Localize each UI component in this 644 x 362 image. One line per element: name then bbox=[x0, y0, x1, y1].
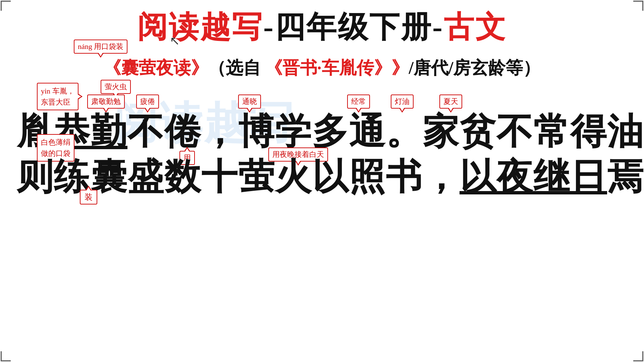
title-part3: 古文 bbox=[444, 10, 507, 44]
annotation-xiatian: 夏天 bbox=[439, 95, 462, 109]
annotation-dengyou: 灯油 bbox=[391, 95, 414, 109]
corner-bottom-left bbox=[1, 351, 11, 361]
annotation-pilao: 疲倦 bbox=[136, 95, 159, 109]
subtitle: 《囊萤夜读》（选自 《晋书·车胤传》》/唐代/房玄龄等） bbox=[0, 56, 644, 80]
subtitle-source: （选自 bbox=[208, 58, 265, 77]
title-sep1: - bbox=[263, 10, 275, 44]
annotation-zhuang: 装 bbox=[80, 190, 97, 204]
text-line2: 则练囊盛数十萤火以照书，以夜继日焉。 bbox=[17, 153, 644, 201]
annotation-nang: náng 用口袋装 bbox=[74, 40, 127, 54]
subtitle-author: /唐代/房玄龄等） bbox=[409, 58, 541, 77]
corner-top-left bbox=[1, 1, 11, 11]
corner-bottom-right bbox=[633, 351, 643, 361]
annotation-tongxiao: 通晓 bbox=[238, 95, 261, 109]
subtitle-book-title: 《囊萤夜读》 bbox=[104, 58, 208, 77]
underline-yejiri: 以夜继日 bbox=[460, 157, 607, 197]
title-sep2: - bbox=[432, 10, 444, 44]
subtitle-source-book: 《晋书·车胤传》》 bbox=[265, 58, 409, 77]
annotation-jingchang: 经常 bbox=[347, 95, 370, 109]
annotation-firefly: 萤火虫 bbox=[101, 80, 131, 94]
title-part2: 四年级下册 bbox=[275, 10, 432, 44]
corner-top-right bbox=[633, 1, 643, 11]
annotation-yin: yin 车胤， 东晋大臣 bbox=[37, 83, 78, 110]
annotation-gongqin: 肃敬勤勉 bbox=[87, 95, 125, 109]
title-part1: 阅读越写 bbox=[137, 10, 263, 44]
text-line1: 胤恭勤不倦，博学多通。家贫不常得油，夏月 bbox=[17, 107, 644, 156]
